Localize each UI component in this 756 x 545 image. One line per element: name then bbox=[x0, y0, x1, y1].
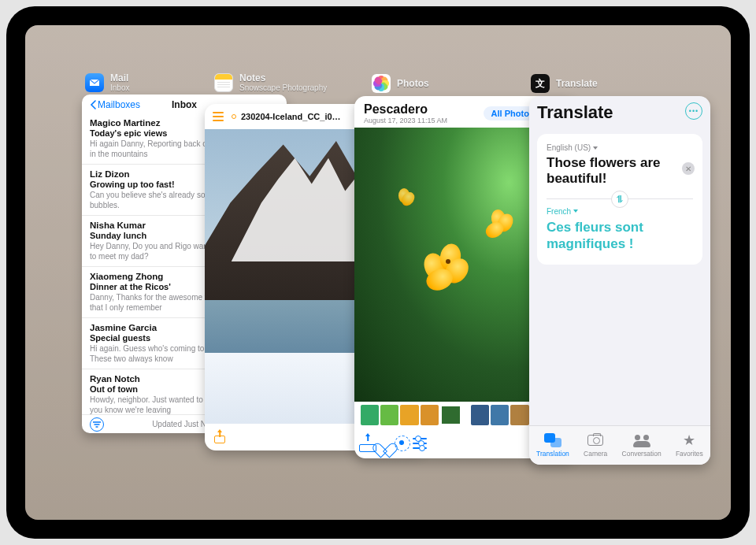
notes-bullet-icon bbox=[232, 114, 236, 119]
translate-heading: Translate bbox=[537, 102, 613, 123]
star-icon: ★ bbox=[680, 433, 698, 447]
notes-header-subtitle: Snowscape Photography bbox=[239, 83, 327, 92]
target-language-button[interactable]: French bbox=[547, 207, 693, 216]
filter-icon[interactable] bbox=[90, 417, 104, 432]
mail-app-icon bbox=[85, 73, 104, 92]
source-language-button[interactable]: English (US) bbox=[547, 143, 693, 152]
screen: Mail Inbox Notes Snowscape Photography P… bbox=[25, 25, 731, 520]
translate-panel: English (US) Those flowers are beautiful… bbox=[537, 134, 702, 265]
source-text[interactable]: Those flowers are beautiful! bbox=[547, 155, 693, 187]
app-switcher-header-notes[interactable]: Notes Snowscape Photography bbox=[214, 72, 327, 92]
mail-header-subtitle: Inbox bbox=[110, 83, 129, 92]
more-icon[interactable]: ••• bbox=[685, 102, 702, 120]
mail-back-label: Mailboxes bbox=[98, 99, 140, 110]
translated-text: Ces fleurs sont magnifiques ! bbox=[547, 219, 693, 253]
app-card-translate[interactable]: Translate ••• English (US) Those flowers… bbox=[529, 96, 710, 465]
app-switcher-header-translate[interactable]: 文 Translate bbox=[531, 74, 598, 93]
tab-favorites[interactable]: ★ Favorites bbox=[676, 433, 703, 458]
photos-date: August 17, 2023 11:15 AM bbox=[364, 117, 447, 124]
clear-icon[interactable]: ✕ bbox=[682, 162, 695, 175]
notes-app-icon bbox=[214, 73, 233, 92]
notes-header-title: Notes bbox=[239, 72, 327, 83]
adjust-icon[interactable] bbox=[411, 435, 428, 452]
photos-header-title: Photos bbox=[397, 78, 429, 89]
swap-languages-icon[interactable]: ⥮ bbox=[611, 191, 628, 208]
translate-app-icon: 文 bbox=[531, 74, 550, 93]
tab-translation[interactable]: Translation bbox=[536, 433, 569, 458]
translate-header-title: Translate bbox=[556, 78, 598, 89]
device-frame: Mail Inbox Notes Snowscape Photography P… bbox=[6, 6, 750, 539]
translate-header: Translate ••• bbox=[529, 96, 710, 129]
translation-icon bbox=[544, 433, 561, 447]
people-icon bbox=[633, 435, 650, 446]
app-switcher-header-mail[interactable]: Mail Inbox bbox=[85, 72, 129, 92]
favorite-icon[interactable] bbox=[376, 435, 394, 452]
divider: ⥮ bbox=[547, 198, 693, 199]
share-icon[interactable] bbox=[214, 431, 225, 443]
tab-conversation[interactable]: Conversation bbox=[622, 433, 662, 458]
tab-camera[interactable]: Camera bbox=[584, 433, 607, 458]
notes-sidebar-icon[interactable] bbox=[213, 110, 225, 123]
app-switcher-header-photos[interactable]: Photos bbox=[372, 74, 429, 93]
photos-album-title: Pescadero bbox=[364, 102, 447, 117]
mail-title: Inbox bbox=[172, 99, 197, 110]
translate-tab-bar: Translation Camera Conversation ★ Favori… bbox=[529, 425, 710, 465]
mail-back-button[interactable]: Mailboxes bbox=[90, 99, 140, 110]
photos-app-icon bbox=[372, 74, 391, 93]
camera-icon bbox=[587, 435, 603, 446]
mail-header-title: Mail bbox=[110, 72, 129, 83]
